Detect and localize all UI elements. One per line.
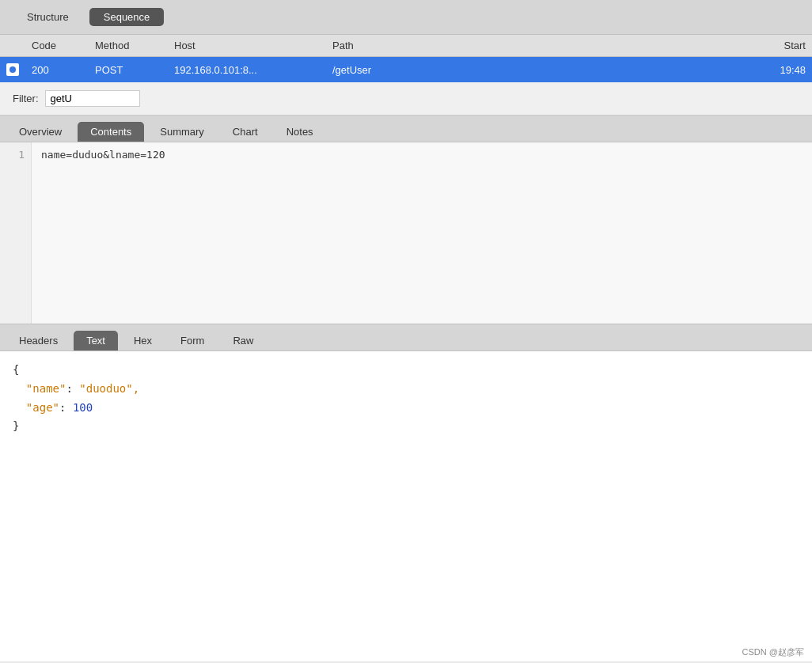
json-value-age: 100 bbox=[73, 401, 93, 414]
response-body: { "name": "duoduo", "age": 100 } bbox=[0, 351, 812, 661]
json-open-line: { bbox=[13, 361, 799, 380]
json-colon-1: : bbox=[66, 382, 79, 395]
row-icon bbox=[0, 62, 25, 78]
json-close-brace: } bbox=[13, 419, 19, 432]
col-start-header: Start bbox=[749, 38, 812, 53]
credit: CSDN @赵彦军 bbox=[742, 646, 804, 658]
row-start: 19:48 bbox=[749, 63, 812, 78]
sequence-tab[interactable]: Sequence bbox=[89, 8, 165, 26]
contents-tabs: Overview Contents Summary Chart Notes bbox=[0, 116, 812, 142]
tab-hex[interactable]: Hex bbox=[121, 331, 165, 350]
row-icon-shape bbox=[6, 63, 19, 76]
tab-text[interactable]: Text bbox=[74, 331, 118, 350]
json-close-line: } bbox=[13, 417, 799, 436]
table-row[interactable]: 200 POST 192.168.0.101:8... /getUser 19:… bbox=[0, 57, 812, 82]
col-host-header: Host bbox=[168, 38, 326, 53]
line-numbers: 1 bbox=[0, 142, 32, 324]
content-text: name=duduo&lname=120 bbox=[32, 142, 812, 324]
structure-tab[interactable]: Structure bbox=[13, 8, 83, 26]
tab-summary[interactable]: Summary bbox=[147, 122, 217, 142]
line-number: 1 bbox=[6, 149, 25, 161]
col-method-header: Method bbox=[89, 38, 168, 53]
json-colon-2: : bbox=[59, 401, 73, 414]
response-tabs: Headers Text Hex Form Raw bbox=[0, 324, 812, 351]
row-host: 192.168.0.101:8... bbox=[168, 63, 326, 78]
tab-form[interactable]: Form bbox=[168, 331, 217, 350]
tab-contents[interactable]: Contents bbox=[78, 122, 144, 142]
tab-raw[interactable]: Raw bbox=[220, 331, 266, 350]
filter-label: Filter: bbox=[13, 93, 39, 104]
col-code-header: Code bbox=[25, 38, 89, 53]
filter-input[interactable] bbox=[45, 90, 140, 107]
json-name-line: "name": "duoduo", bbox=[13, 380, 799, 399]
json-key-name: "name" bbox=[26, 382, 66, 395]
json-key-age: "age" bbox=[26, 401, 59, 414]
filter-bar: Filter: bbox=[0, 82, 812, 116]
tab-chart[interactable]: Chart bbox=[220, 122, 271, 142]
top-toolbar: Structure Sequence bbox=[0, 0, 812, 35]
json-value-name: "duoduo", bbox=[79, 382, 139, 395]
json-open-brace: { bbox=[13, 363, 19, 376]
row-code: 200 bbox=[25, 63, 89, 78]
main-content: Code Method Host Path Start 200 POST 192… bbox=[0, 35, 812, 661]
table-header: Code Method Host Path Start bbox=[0, 35, 812, 57]
col-icon-header bbox=[0, 44, 25, 47]
tab-notes[interactable]: Notes bbox=[274, 122, 326, 142]
col-path-header: Path bbox=[326, 38, 749, 53]
json-age-line: "age": 100 bbox=[13, 399, 799, 418]
contents-area: 1 name=duduo&lname=120 bbox=[0, 142, 812, 324]
tab-overview[interactable]: Overview bbox=[6, 122, 74, 142]
tab-headers[interactable]: Headers bbox=[6, 331, 70, 350]
row-method: POST bbox=[89, 63, 168, 78]
row-path: /getUser bbox=[326, 63, 749, 78]
